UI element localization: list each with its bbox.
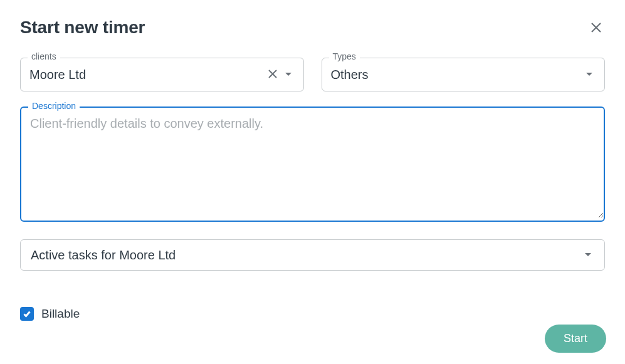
dialog-footer: Start [545,325,606,353]
start-timer-dialog: Start new timer clients Moore Ltd [0,0,625,364]
tasks-value: Active tasks for Moore Ltd [31,248,582,263]
types-field-wrapper: Types Others [322,58,606,91]
start-button[interactable]: Start [545,325,606,353]
types-label: Types [329,52,360,61]
clients-value: Moore Ltd [29,68,263,82]
description-label: Description [28,101,80,110]
chevron-down-icon [285,72,292,77]
types-dropdown-toggle[interactable] [583,72,596,77]
tasks-select[interactable]: Active tasks for Moore Ltd [20,239,605,271]
close-icon [268,70,277,78]
clients-label: clients [28,52,60,61]
clients-field-wrapper: clients Moore Ltd [20,58,304,91]
dialog-header: Start new timer [20,18,605,38]
description-textarea[interactable] [21,108,604,218]
clients-select[interactable]: clients Moore Ltd [20,58,304,91]
types-value: Others [331,68,584,82]
billable-label: Billable [41,307,80,321]
clients-clear-button[interactable] [263,68,282,81]
close-icon [591,22,602,33]
description-field: Description [20,107,605,222]
checkmark-icon [23,309,31,318]
tasks-dropdown-toggle[interactable] [582,252,594,257]
close-button[interactable] [587,19,605,36]
description-field-wrapper: Description [20,107,605,222]
fields-row: clients Moore Ltd Types Others [20,58,605,91]
chevron-down-icon [586,72,593,77]
billable-checkbox[interactable] [20,307,34,321]
clients-dropdown-toggle[interactable] [282,72,295,77]
billable-row: Billable [20,307,605,321]
types-select[interactable]: Types Others [322,58,606,91]
chevron-down-icon [584,252,592,257]
dialog-title: Start new timer [20,18,145,38]
